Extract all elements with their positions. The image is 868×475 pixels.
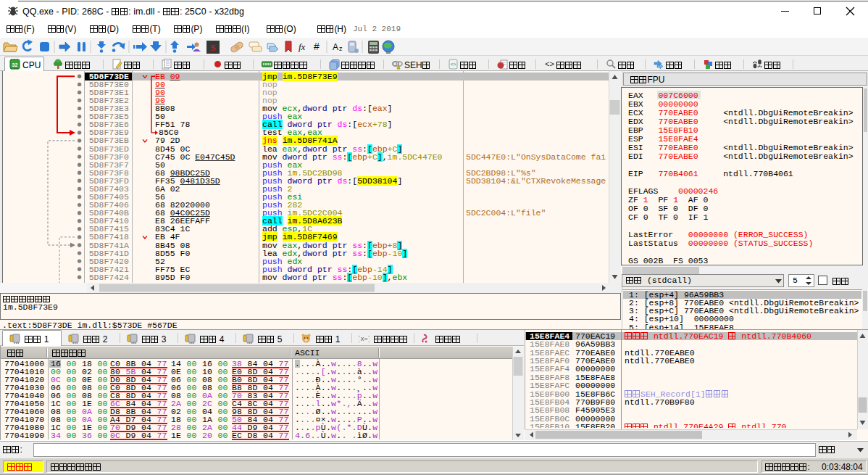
svg-text:S: S [210, 42, 215, 53]
svg-text:#: # [314, 41, 320, 52]
svg-text:A: A [333, 42, 338, 52]
svg-text:z: z [339, 45, 343, 52]
svg-text:32: 32 [12, 62, 18, 67]
svg-text:[x=]: [x=] [359, 336, 370, 343]
svg-text:<>: <> [545, 60, 554, 69]
svg-text:fx: fx [299, 41, 306, 52]
svg-text:<>: <> [450, 62, 456, 67]
